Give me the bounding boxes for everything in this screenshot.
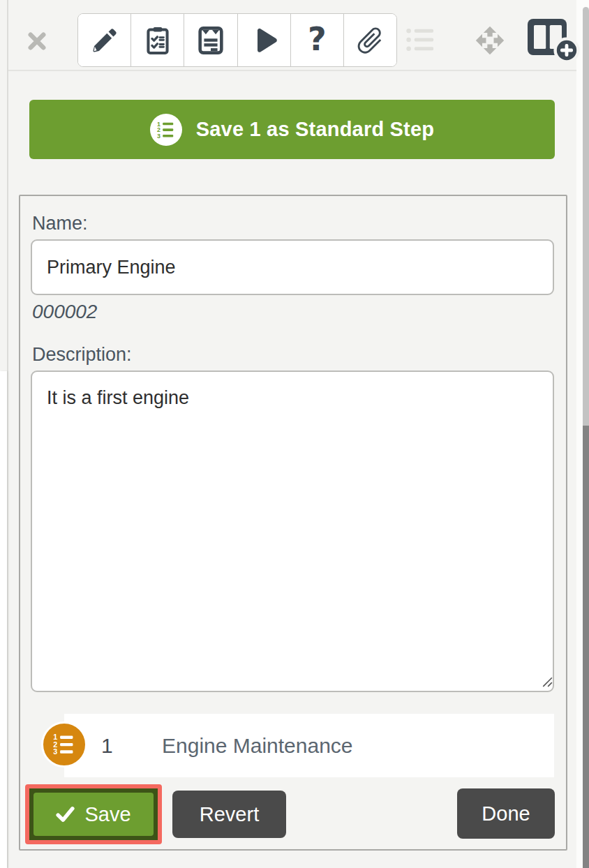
step-code: 000002 [32, 301, 97, 323]
description-label: Description: [32, 344, 132, 366]
cta-label: Save 1 as Standard Step [196, 118, 434, 141]
attachment-button[interactable] [344, 14, 396, 66]
checklist-button[interactable] [131, 14, 184, 66]
pencil-icon [89, 24, 121, 57]
list-button-disabled[interactable] [405, 26, 435, 54]
edit-button[interactable] [78, 14, 131, 66]
background-panel-edge [0, 371, 7, 868]
step-form-panel: Name: 000002 Description: It is a first … [19, 195, 567, 851]
move-button-disabled[interactable] [475, 25, 505, 56]
add-column-icon [525, 17, 580, 63]
step-number: 1 [101, 714, 113, 777]
help-button[interactable]: ? [291, 14, 344, 66]
toolbar-button-group: ? [77, 13, 397, 67]
scrollbar-thumb-inner[interactable] [583, 426, 589, 868]
form-icon [195, 24, 227, 57]
numbered-list-icon: 123 [41, 721, 87, 768]
name-input[interactable] [31, 239, 554, 295]
textarea-resize-handle[interactable] [542, 676, 553, 687]
done-button-label: Done [482, 802, 530, 825]
svg-text:3: 3 [157, 132, 161, 139]
save-button-highlight: Save [25, 784, 162, 844]
save-as-standard-step-button[interactable]: 123 Save 1 as Standard Step [29, 100, 555, 159]
svg-text:3: 3 [53, 747, 57, 756]
toolbar: ? [8, 0, 576, 71]
save-button[interactable]: Save [33, 793, 154, 836]
checklist-icon [142, 24, 173, 57]
close-button[interactable] [25, 29, 49, 53]
revert-button[interactable]: Revert [172, 791, 286, 838]
step-title: Engine Maintenance [162, 714, 353, 777]
save-button-label: Save [84, 803, 131, 826]
description-textarea[interactable]: It is a first engine [31, 371, 554, 692]
play-icon [247, 24, 281, 57]
revert-button-label: Revert [200, 803, 259, 826]
checkmark-icon [56, 806, 75, 823]
move-icon [475, 25, 505, 56]
scrollbar-thumb-outer[interactable] [583, 7, 589, 426]
name-label: Name: [32, 213, 88, 234]
done-button[interactable]: Done [457, 788, 555, 839]
help-icon: ? [308, 23, 327, 55]
list-icon [405, 26, 435, 54]
numbered-list-icon: 123 [150, 114, 182, 146]
close-icon [25, 29, 49, 53]
step-list-item[interactable]: 123 1 Engine Maintenance [64, 714, 554, 777]
play-button[interactable] [238, 14, 291, 66]
attachment-icon [354, 24, 386, 57]
step-editor-panel: ? 123 Save 1 as Standard Step Name: 0000… [0, 0, 589, 868]
panel-left-border [7, 0, 8, 868]
add-column-button[interactable] [525, 17, 580, 63]
form-button[interactable] [184, 14, 237, 66]
